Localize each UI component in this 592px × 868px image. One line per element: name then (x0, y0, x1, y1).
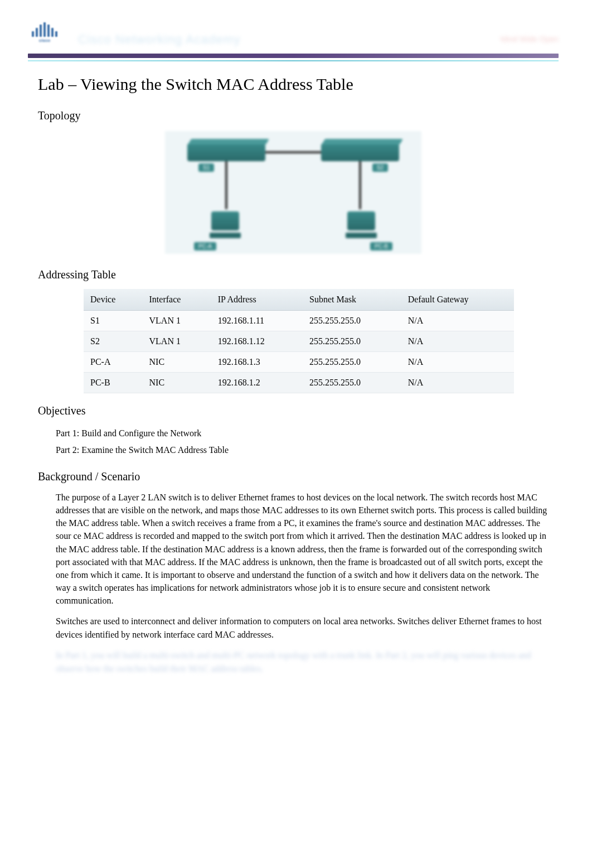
label-s2: S2 (372, 163, 388, 172)
objectives-list: Part 1: Build and Configure the Network … (28, 425, 559, 459)
section-topology-heading: Topology (28, 109, 559, 122)
cell-interface: VLAN 1 (143, 311, 211, 331)
header-divider-thick (28, 54, 559, 58)
table-row: PC-A NIC 192.168.1.3 255.255.255.0 N/A (84, 352, 514, 373)
table-row: PC-B NIC 192.168.1.2 255.255.255.0 N/A (84, 373, 514, 393)
cable-s2-pcb (359, 161, 361, 209)
logo-text: cisco (28, 38, 61, 43)
table-row: S1 VLAN 1 192.168.1.11 255.255.255.0 N/A (84, 311, 514, 331)
cell-gateway: N/A (401, 373, 514, 393)
cell-ip: 192.168.1.2 (211, 373, 303, 393)
cell-device: S2 (84, 331, 143, 352)
cell-mask: 255.255.255.0 (303, 352, 401, 373)
page-title: Lab – Viewing the Switch MAC Address Tab… (28, 75, 559, 94)
col-mask: Subnet Mask (303, 289, 401, 311)
table-header-row: Device Interface IP Address Subnet Mask … (84, 289, 514, 311)
cell-mask: 255.255.255.0 (303, 373, 401, 393)
cell-ip: 192.168.1.12 (211, 331, 303, 352)
cell-gateway: N/A (401, 352, 514, 373)
section-objectives-heading: Objectives (28, 404, 559, 417)
topology-diagram: S1 S2 PC-A PC-B (28, 131, 559, 254)
background-paragraph: Switches are used to interconnect and de… (28, 615, 559, 640)
label-pcb: PC-B (370, 242, 392, 250)
pc-b-icon (344, 211, 378, 239)
switch-s1-icon (187, 143, 265, 161)
objective-item: Part 2: Examine the Switch MAC Address T… (56, 442, 559, 459)
blurred-preview-text: In Part 1, you will build a multi-switch… (28, 649, 559, 676)
brand-name: Cisco Networking Academy (78, 32, 241, 47)
cell-mask: 255.255.255.0 (303, 331, 401, 352)
header-divider-thin (28, 60, 559, 61)
section-addressing-heading: Addressing Table (28, 268, 559, 281)
cell-ip: 192.168.1.11 (211, 311, 303, 331)
label-s1: S1 (198, 163, 214, 172)
brand-tagline: Mind Wide Open (501, 35, 559, 44)
cell-device: PC-B (84, 373, 143, 393)
cell-gateway: N/A (401, 331, 514, 352)
label-pca: PC-A (194, 242, 216, 250)
objective-item: Part 1: Build and Configure the Network (56, 425, 559, 442)
cell-device: S1 (84, 311, 143, 331)
col-device: Device (84, 289, 143, 311)
page-header: cisco Cisco Networking Academy Mind Wide… (28, 22, 559, 50)
section-background-heading: Background / Scenario (28, 470, 559, 483)
brand-logo: cisco (28, 22, 61, 50)
background-paragraph: The purpose of a Layer 2 LAN switch is t… (28, 491, 559, 607)
cable-s1-s2 (265, 151, 321, 153)
cell-gateway: N/A (401, 311, 514, 331)
cell-device: PC-A (84, 352, 143, 373)
cell-interface: NIC (143, 373, 211, 393)
addressing-table: Device Interface IP Address Subnet Mask … (84, 289, 514, 393)
col-gateway: Default Gateway (401, 289, 514, 311)
col-ip: IP Address (211, 289, 303, 311)
cell-mask: 255.255.255.0 (303, 311, 401, 331)
table-row: S2 VLAN 1 192.168.1.12 255.255.255.0 N/A (84, 331, 514, 352)
switch-s2-icon (321, 143, 399, 161)
pc-a-icon (208, 211, 242, 239)
col-interface: Interface (143, 289, 211, 311)
cell-ip: 192.168.1.3 (211, 352, 303, 373)
cell-interface: VLAN 1 (143, 331, 211, 352)
cell-interface: NIC (143, 352, 211, 373)
cable-s1-pca (225, 161, 227, 209)
